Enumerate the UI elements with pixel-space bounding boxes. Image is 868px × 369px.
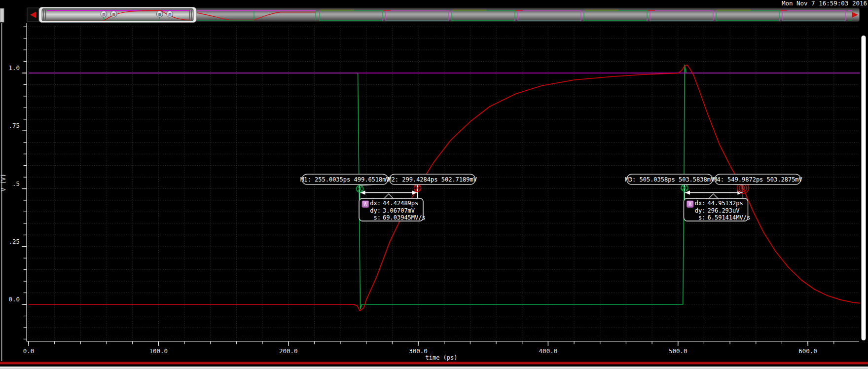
x-tick-label: 200.0 (279, 347, 298, 355)
delta-row-value: 296.293uV (708, 207, 740, 214)
delta-row-value: 6.591414MV/s (708, 214, 751, 221)
y-tick-label: .5 (12, 180, 20, 187)
thumb-marker-badge-m2[interactable]: m (110, 11, 117, 17)
x-tick-label: 0.0 (23, 347, 35, 355)
x-tick-label: 400.0 (539, 347, 558, 355)
vertical-scrollbar[interactable] (862, 36, 866, 340)
x-axis-title: time (ps) (425, 354, 457, 361)
waveform-canvas: Mon Nov 7 16:59:03 2016 mmmm 0.0.25.5.75… (0, 0, 868, 369)
thumb-marker-badge-m3[interactable]: m (156, 11, 163, 17)
delta-row-key: dx: (695, 200, 706, 207)
delta-row-value: 3.06707mV (383, 207, 415, 214)
delta-row-value: 44.42489ps (383, 200, 418, 207)
y-tick-label: 1.0 (8, 64, 20, 72)
thumb-badge-glyph: m (158, 12, 161, 17)
marker-bubble-m3[interactable]: M3: 505.0358ps 503.5838mV (625, 174, 715, 185)
delta-row-key: s: (698, 214, 705, 221)
delta-row-key: dy: (370, 207, 381, 214)
clock-timestamp: Mon Nov 7 16:59:03 2016 (782, 0, 867, 7)
y-tick-label: 0.0 (8, 295, 20, 303)
marker-bubble-m2[interactable]: M2: 299.4284ps 502.7189mV (388, 174, 477, 185)
x-tick-label: 100.0 (149, 347, 168, 355)
marker-bubble-label: M4: 549.9872ps 503.2875mV (713, 176, 802, 183)
x-tick-label: 600.0 (798, 347, 817, 355)
marker-bubble-label: M2: 299.4284ps 502.7189mV (388, 176, 477, 183)
marker-bubble-m1[interactable]: M1: 255.0035ps 499.6518mV (300, 174, 390, 186)
delta-row-key: dy: (695, 207, 706, 214)
marker-bubble-m4[interactable]: M4: 549.9872ps 503.2875mV (713, 174, 802, 185)
thumb-badge-glyph: m (103, 12, 105, 17)
y-axis-title: V (V) (0, 174, 7, 191)
overview-scroll-strip[interactable]: mmmm (0, 7, 860, 23)
delta-row-key: s: (374, 214, 381, 221)
y-tick-label: .75 (8, 122, 20, 129)
delta-icon-glyph: Δ (364, 202, 367, 207)
delta-row-value: 44.95132ps (708, 200, 743, 207)
thumb-marker-badge-m1[interactable]: m (101, 11, 107, 17)
strip-left-endcap (0, 8, 4, 22)
overview-thumb[interactable]: mmmm (39, 7, 196, 23)
thumb-marker-badge-m4[interactable]: m (167, 11, 173, 17)
delta-row-value: 69.03945MV/s (383, 214, 426, 221)
marker-bubble-label: M3: 505.0358ps 503.5838mV (625, 176, 715, 183)
y-tick-label: .25 (8, 238, 20, 245)
bottom-separator (0, 362, 868, 369)
thumb-badge-glyph: m (168, 12, 171, 17)
thumb-badge-glyph: m (112, 12, 115, 17)
marker-bubble-label: M1: 255.0035ps 499.6518mV (300, 176, 390, 183)
x-tick-label: 500.0 (669, 347, 687, 355)
waveform-viewer-window: Mon Nov 7 16:59:03 2016 mmmm 0.0.25.5.75… (0, 0, 868, 369)
delta-row-key: dx: (370, 200, 381, 207)
delta-icon-glyph: Δ (688, 202, 691, 207)
x-tick-label: 300.0 (409, 347, 428, 355)
